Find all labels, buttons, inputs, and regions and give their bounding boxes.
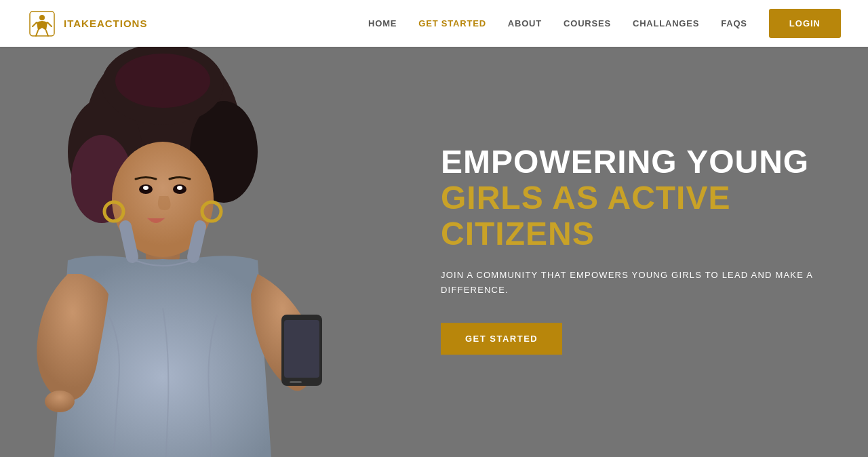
svg-point-10 [143, 186, 149, 190]
nav-home[interactable]: HOME [368, 18, 397, 28]
svg-point-11 [177, 186, 182, 190]
logo-area: ITAKEACTIONS [27, 9, 147, 39]
login-button[interactable]: LOGIN [769, 9, 841, 38]
svg-rect-16 [290, 381, 302, 383]
hero-title-line2: GIRLS AS ACTIVE CITIZENS [441, 180, 730, 252]
hero-title-line1: EMPOWERING YOUNG [441, 144, 809, 180]
nav-courses[interactable]: COURSES [564, 18, 611, 28]
hero-get-started-button[interactable]: GET STARTED [441, 323, 562, 355]
logo-icon [27, 9, 57, 39]
svg-point-17 [45, 391, 75, 412]
hero-title: EMPOWERING YOUNG GIRLS AS ACTIVE CITIZEN… [441, 144, 814, 252]
nav-get-started[interactable]: GET STARTED [418, 18, 486, 28]
hero-person-image [0, 43, 380, 457]
nav-about[interactable]: ABOUT [508, 18, 542, 28]
hero-section: EMPOWERING YOUNG GIRLS AS ACTIVE CITIZEN… [0, 0, 868, 457]
hero-content: EMPOWERING YOUNG GIRLS AS ACTIVE CITIZEN… [441, 144, 814, 355]
nav-links: HOME GET STARTED ABOUT COURSES CHALLANGE… [368, 9, 841, 38]
svg-point-19 [39, 15, 45, 20]
svg-rect-15 [284, 320, 319, 378]
hero-subtitle: JOIN A COMMUNITY THAT EMPOWERS YOUNG GIR… [441, 269, 814, 298]
nav-challenges[interactable]: CHALLANGES [633, 18, 699, 28]
svg-point-5 [115, 54, 210, 108]
nav-faqs[interactable]: FAQS [721, 18, 747, 28]
brand-name: ITAKEACTIONS [64, 18, 147, 29]
navbar: ITAKEACTIONS HOME GET STARTED ABOUT COUR… [0, 0, 868, 47]
